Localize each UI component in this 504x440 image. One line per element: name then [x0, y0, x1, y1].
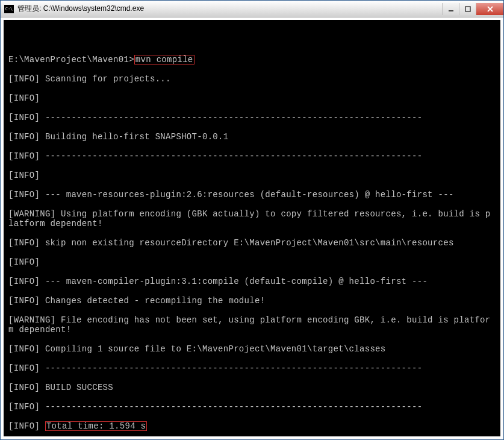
output-line: [INFO] skip non existing resourceDirecto… [8, 238, 496, 248]
output-line: [INFO] ---------------------------------… [8, 363, 496, 373]
output-line: [INFO] [8, 257, 496, 267]
output-line: [INFO] --- maven-resources-plugin:2.6:re… [8, 190, 496, 200]
output-line: [INFO] BUILD SUCCESS [8, 383, 496, 392]
output-line: [WARNING] Using platform encoding (GBK a… [8, 209, 496, 228]
output-line: [WARNING] File encoding has not been set… [8, 315, 496, 335]
terminal-output: E:\MavenProject\Maven01>mvn compile [INF… [8, 26, 496, 439]
output-line: [INFO] ---------------------------------… [8, 402, 496, 412]
prompt: E:\MavenProject\Maven01> [8, 55, 134, 64]
highlighted-command: mvn compile [134, 55, 194, 64]
output-line: [INFO] --- maven-compiler-plugin:3.1:com… [8, 277, 496, 286]
window-controls [442, 3, 503, 15]
cmd-window: 管理员: C:\Windows\system32\cmd.exe E:\Mave… [0, 0, 504, 440]
output-line: [INFO] [8, 171, 496, 180]
output-line: [INFO] Compiling 1 source file to E:\Mav… [8, 344, 496, 354]
close-button[interactable] [476, 3, 503, 15]
cmd-icon [4, 5, 14, 13]
terminal[interactable]: E:\MavenProject\Maven01>mvn compile [INF… [1, 17, 503, 439]
titlebar[interactable]: 管理员: C:\Windows\system32\cmd.exe [1, 1, 503, 17]
output-line: [INFO] Changes detected - recompiling th… [8, 296, 496, 306]
output-line: [INFO] Building hello-first SNAPSHOT-0.0… [8, 132, 496, 142]
minimize-button[interactable] [442, 3, 459, 15]
svg-rect-1 [465, 7, 470, 11]
window-title: 管理员: C:\Windows\system32\cmd.exe [17, 4, 442, 14]
highlighted-time: Total time: 1.594 s [45, 421, 147, 431]
output-line: [INFO] Scanning for projects... [8, 74, 496, 84]
close-icon [487, 6, 493, 12]
output-prefix: [INFO] [8, 421, 45, 431]
output-line: [INFO] ---------------------------------… [8, 151, 496, 161]
maximize-button[interactable] [459, 3, 476, 15]
svg-rect-0 [449, 10, 453, 11]
maximize-icon [465, 6, 471, 12]
output-line: [INFO] [8, 93, 496, 103]
output-line: [INFO] ---------------------------------… [8, 113, 496, 122]
minimize-icon [448, 6, 454, 12]
